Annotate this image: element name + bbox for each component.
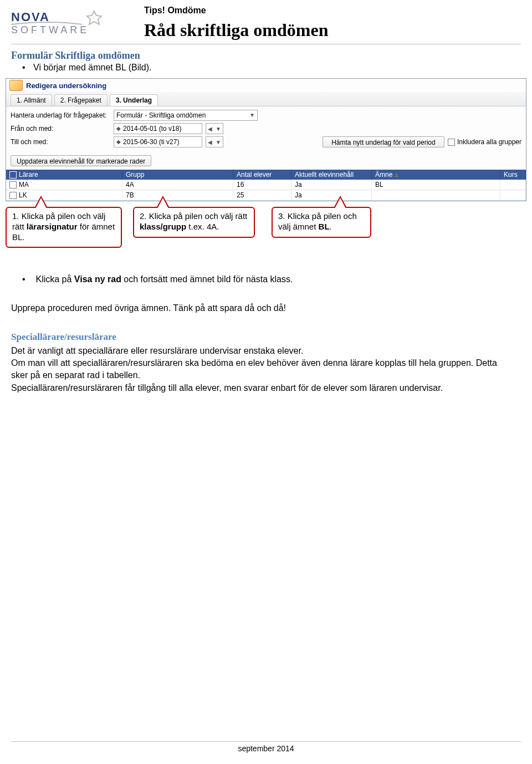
- callout-text: 3. Klicka på pilen och välj ämnet: [278, 211, 357, 231]
- folder-icon: [9, 80, 23, 91]
- divider: [11, 44, 521, 44]
- table-header: Lärare Grupp Antal elever Aktuellt elevi…: [6, 170, 526, 180]
- footer-text: september 2014: [238, 744, 294, 753]
- paragraph: Om man vill att specialläraren/resurslär…: [11, 357, 515, 382]
- input-to-date[interactable]: ◆ 2015-06-30 (ti v27): [114, 136, 202, 147]
- footer: september 2014: [0, 741, 532, 753]
- sort-asc-icon: △: [395, 172, 398, 177]
- cell-grupp: 4A: [126, 181, 134, 189]
- bullet-item-1: Vi börjar med ämnet BL (Bild).: [33, 63, 532, 73]
- cell-antal: 25: [237, 191, 244, 199]
- from-date-value: 2014-05-01 (to v18): [121, 124, 200, 134]
- logo-bottom: SOFTWARE: [11, 24, 89, 35]
- chevron-down-icon: ▼: [246, 110, 255, 120]
- combo-value: Formulär - Skriftliga omdömen: [116, 110, 206, 120]
- text: Klicka på: [35, 274, 74, 284]
- star-icon: [87, 11, 101, 24]
- label-hantera: Hantera underlag för frågepaket:: [11, 111, 110, 119]
- section-title: Formulär Skriftliga omdömen: [11, 50, 532, 62]
- cell-grupp: 7B: [126, 191, 134, 199]
- callout-2: 2. Klicka på pilen och välj rätt klass/g…: [133, 207, 255, 238]
- to-date-value: 2015-06-30 (ti v27): [121, 137, 200, 147]
- cell-aktuellt: Ja: [295, 181, 302, 189]
- callout-bold: BL: [319, 222, 330, 231]
- date-nav-from[interactable]: ◀▼: [206, 123, 223, 134]
- subheading: Speciallärare/resurslärare: [11, 330, 515, 344]
- window-title: Redigera undersökning: [26, 82, 106, 90]
- date-nav-to[interactable]: ◀▼: [206, 136, 223, 147]
- callout-text: 2. Klicka på pilen och välj rätt: [140, 211, 247, 221]
- col-grupp[interactable]: Grupp: [126, 171, 144, 179]
- paragraph: Det är vanligt att speciallärare eller r…: [11, 345, 515, 357]
- col-aktuellt[interactable]: Aktuellt elevinnehåll: [295, 171, 354, 179]
- combo-fragepaket[interactable]: Formulär - Skriftliga omdömen ▼: [114, 110, 258, 121]
- checkbox-icon[interactable]: [9, 171, 17, 179]
- callout-3: 3. Klicka på pilen och välj ämnet BL.: [272, 207, 371, 238]
- bullet-item-2: Klicka på Visa ny rad och fortsätt med ä…: [33, 273, 515, 286]
- cell-antal: 16: [237, 181, 244, 189]
- callout-bold: klass/grupp: [140, 222, 186, 231]
- callout-text: .: [330, 222, 332, 231]
- header: NOVA SOFTWARE Tips! Omdöme Råd skriftlig…: [0, 0, 532, 44]
- label-till: Till och med:: [11, 138, 110, 146]
- checkbox-icon: [448, 139, 455, 146]
- callout-text: t.ex. 4A.: [186, 222, 219, 231]
- page-title: Råd skriftliga omdömen: [144, 20, 328, 40]
- callout-bold: lärarsignatur: [27, 222, 78, 231]
- text-bold: Visa ny rad: [74, 274, 121, 284]
- table-row[interactable]: MA 4A 16 Ja BL: [6, 180, 526, 190]
- tab-underlag[interactable]: 3. Underlag: [110, 94, 158, 106]
- paragraph: Specialläraren/resursläraren får tillgån…: [11, 382, 515, 394]
- tab-bar: 1. Allmänt 2. Frågepaket 3. Underlag: [6, 92, 526, 106]
- paragraph: Upprepa proceduren med övriga ämnen. Tän…: [11, 302, 515, 314]
- fetch-button[interactable]: Hämta nytt underlag för vald period: [323, 136, 444, 147]
- callouts: 1. Klicka på pilen och välj rätt lärarsi…: [6, 207, 526, 257]
- app-screenshot: Redigera undersökning 1. Allmänt 2. Fråg…: [6, 78, 526, 201]
- cell-larare: MA: [19, 181, 29, 189]
- include-all-groups-checkbox[interactable]: Inkludera alla grupper: [448, 138, 521, 146]
- logo: NOVA SOFTWARE: [11, 6, 111, 42]
- checkbox-icon[interactable]: [9, 181, 17, 189]
- cell-amne: BL: [375, 181, 383, 189]
- col-kurs[interactable]: Kurs: [504, 171, 518, 179]
- tab-fragepaket[interactable]: 2. Frågepaket: [54, 94, 108, 106]
- text: och fortsätt med ämnet bild för nästa kl…: [121, 274, 293, 284]
- input-from-date[interactable]: ◆ 2014-05-01 (to v18): [114, 123, 202, 134]
- divider: [11, 741, 521, 742]
- col-antal[interactable]: Antal elever: [237, 171, 272, 179]
- update-button[interactable]: Uppdatera elevinnehåll för markerade rad…: [11, 155, 151, 166]
- label-fran: Från och med:: [11, 125, 110, 133]
- table-row[interactable]: LK 7B 25 Ja: [6, 190, 526, 201]
- cell-aktuellt: Ja: [295, 191, 302, 199]
- col-larare[interactable]: Lärare: [19, 171, 38, 179]
- tips-label: Tips! Omdöme: [144, 6, 328, 16]
- callout-1: 1. Klicka på pilen och välj rätt lärarsi…: [6, 207, 122, 248]
- cell-larare: LK: [19, 191, 27, 199]
- checkbox-label: Inkludera alla grupper: [457, 138, 521, 146]
- tab-allmant[interactable]: 1. Allmänt: [11, 94, 52, 106]
- checkbox-icon[interactable]: [9, 192, 17, 199]
- col-amne[interactable]: Ämne: [375, 171, 392, 179]
